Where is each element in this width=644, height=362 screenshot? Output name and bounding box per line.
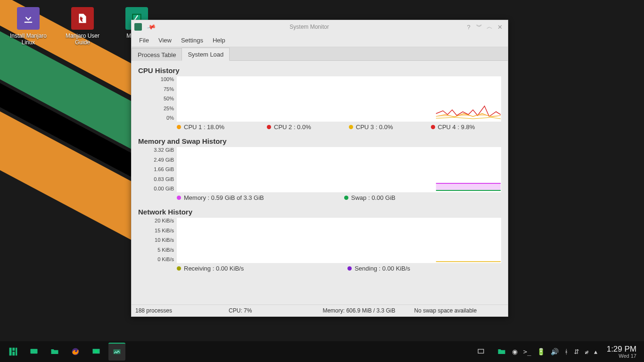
status-swap: No swap space available [414, 307, 477, 314]
taskbar: ◉ >_ 🔋 🔊 ᚼ ⇵ ⸙ ▴ 1:29 PM Wed 17 [0, 341, 644, 362]
memory-history-chart [177, 147, 501, 192]
wifi-icon[interactable]: ⸙ [585, 348, 588, 355]
cpu1-label: CPU 1 : 18.0% [184, 123, 224, 131]
svg-point-12 [95, 350, 98, 353]
taskbar-clock[interactable]: 1:29 PM Wed 17 [602, 345, 641, 359]
taskbar-settings[interactable] [88, 343, 105, 360]
status-memory: Memory: 606.9 MiB / 3.3 GiB [322, 307, 395, 314]
menu-file[interactable]: File [134, 37, 154, 44]
svg-rect-1 [436, 183, 501, 190]
network-y-axis: 20 KiB/s15 KiB/s10 KiB/s5 KiB/s0 KiB/s [138, 218, 177, 262]
taskbar-firefox[interactable] [67, 343, 84, 360]
bluetooth-icon[interactable]: ᚼ [564, 348, 568, 355]
menu-help[interactable]: Help [208, 37, 230, 44]
cpu-history-title: CPU History [138, 66, 501, 74]
minimize-button[interactable]: ︾ [474, 23, 484, 31]
receiving-label: Receiving : 0.00 KiB/s [184, 265, 244, 272]
battery-icon[interactable]: 🔋 [537, 348, 545, 355]
cpu1-color-icon [177, 125, 181, 129]
swap-color-icon [344, 196, 348, 200]
desktop-icon-label: Manjaro User Guide [66, 33, 99, 46]
clock-time: 1:29 PM [607, 345, 636, 353]
taskbar-file-manager[interactable] [46, 343, 63, 360]
network-legend: Receiving : 0.00 KiB/s Sending : 0.00 Ki… [177, 265, 501, 272]
terminal-tray-icon[interactable]: >_ [523, 348, 531, 355]
receiving-color-icon [177, 266, 181, 271]
app-icon [134, 23, 142, 31]
titlebar[interactable]: 📌 System Monitor ? ︾ ︿ ✕ [132, 20, 508, 33]
status-cpu: CPU: 7% [229, 307, 252, 314]
cpu4-color-icon [431, 125, 435, 129]
usb-icon[interactable]: ⇵ [574, 348, 579, 355]
svg-rect-6 [12, 348, 15, 351]
svg-rect-8 [16, 348, 17, 356]
memory-label: Memory : 0.59 GiB of 3.3 GiB [184, 194, 264, 201]
desktop-icon-install-manjaro[interactable]: Install Manjaro Linux [5, 7, 52, 46]
memory-color-icon [177, 196, 181, 200]
cpu-history-chart [177, 76, 501, 122]
sending-color-icon [347, 266, 352, 271]
sending-label: Sending : 0.00 KiB/s [355, 265, 410, 272]
desktop-icon-manjaro-user-guide[interactable]: Manjaro User Guide [59, 7, 106, 46]
svg-rect-14 [478, 349, 484, 353]
cpu3-color-icon [349, 125, 353, 129]
system-monitor-window: 📌 System Monitor ? ︾ ︿ ✕ File View Setti… [131, 20, 508, 317]
tab-system-load[interactable]: System Load [182, 48, 230, 61]
cpu4-label: CPU 4 : 9.8% [438, 123, 475, 131]
window-title: System Monitor [155, 24, 463, 30]
close-button[interactable]: ✕ [495, 24, 505, 31]
clock-date: Wed 17 [607, 353, 636, 359]
taskbar-system-monitor[interactable] [108, 343, 125, 361]
menubar: File View Settings Help [132, 33, 508, 47]
cpu2-label: CPU 2 : 0.0% [274, 123, 311, 131]
svg-rect-9 [31, 349, 38, 354]
volume-icon[interactable]: 🔊 [551, 348, 559, 355]
maximize-button[interactable]: ︿ [484, 23, 495, 31]
content-area: CPU History 100%75%50%25%0% CPU 1 : 18.0… [132, 61, 508, 304]
tray-expand-icon[interactable]: ▴ [594, 348, 597, 355]
cpu-legend: CPU 1 : 18.0% CPU 2 : 0.0% CPU 3 : 0.0% … [177, 123, 501, 131]
desktop-icon-label: Install Manjaro Linux [10, 33, 47, 46]
memory-legend: Memory : 0.59 GiB of 3.3 GiB Swap : 0.00… [177, 194, 501, 201]
statusbar: 188 processes CPU: 7% Memory: 606.9 MiB … [132, 304, 508, 316]
tabbar: Process Table System Load [132, 47, 508, 61]
memory-history-title: Memory and Swap History [138, 137, 501, 145]
svg-rect-7 [12, 352, 15, 355]
menu-settings[interactable]: Settings [176, 37, 208, 44]
status-processes: 188 processes [135, 307, 172, 314]
pdf-icon [71, 7, 94, 30]
download-icon [17, 7, 40, 30]
taskbar-folder-tray[interactable] [493, 343, 510, 360]
network-history-title: Network History [138, 208, 501, 216]
network-history-chart [177, 218, 501, 263]
start-menu-button[interactable] [5, 343, 22, 360]
taskbar-show-desktop-right[interactable] [472, 343, 489, 360]
memory-y-axis: 3.32 GiB2.49 GiB1.66 GiB0.83 GiB0.00 GiB [138, 147, 177, 191]
swap-label: Swap : 0.00 GiB [351, 194, 396, 201]
tab-process-table[interactable]: Process Table [132, 48, 182, 61]
cpu-y-axis: 100%75%50%25%0% [138, 76, 177, 121]
show-desktop-button[interactable] [25, 343, 42, 360]
svg-rect-5 [9, 348, 12, 356]
cpu3-label: CPU 3 : 0.0% [356, 123, 393, 131]
help-button[interactable]: ? [463, 24, 474, 31]
updates-icon[interactable]: ◉ [512, 348, 518, 355]
menu-view[interactable]: View [154, 37, 176, 44]
system-tray: ◉ >_ 🔋 🔊 ᚼ ⇵ ⸙ ▴ [512, 348, 602, 355]
cpu2-color-icon [267, 125, 271, 129]
